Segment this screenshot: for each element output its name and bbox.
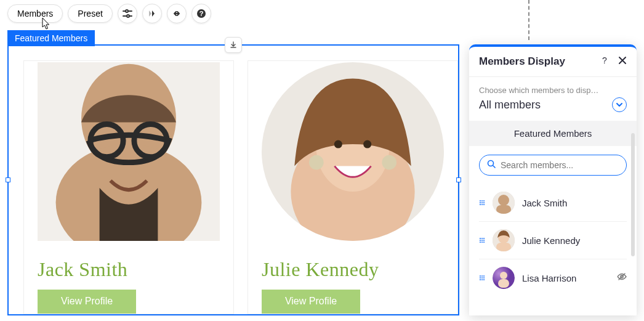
svg-point-22 bbox=[481, 202, 483, 203]
svg-point-14 bbox=[309, 155, 324, 170]
svg-point-28 bbox=[498, 195, 509, 206]
view-profile-label: View Profile bbox=[285, 296, 337, 306]
members-button[interactable]: Members bbox=[7, 4, 63, 23]
svg-point-35 bbox=[483, 240, 485, 241]
avatar bbox=[493, 192, 515, 214]
svg-point-33 bbox=[480, 240, 481, 241]
list-item[interactable]: Lisa Harrison bbox=[479, 259, 627, 296]
member-card: Julie Kennedy View Profile bbox=[248, 60, 458, 314]
svg-point-20 bbox=[483, 200, 485, 201]
preset-button[interactable]: Preset bbox=[68, 4, 112, 23]
svg-point-0 bbox=[126, 10, 128, 12]
avatar bbox=[493, 229, 515, 251]
member-photo bbox=[38, 62, 220, 241]
member-list: Jack Smith Julie Kennedy Lisa Harrison bbox=[469, 184, 637, 296]
view-profile-button[interactable]: View Profile bbox=[262, 290, 360, 314]
alignment-guide bbox=[528, 0, 529, 40]
help-icon[interactable]: ? bbox=[191, 4, 211, 23]
view-profile-label: View Profile bbox=[61, 296, 113, 306]
list-item[interactable]: Jack Smith bbox=[479, 184, 627, 222]
svg-point-31 bbox=[481, 238, 483, 239]
list-item[interactable]: Julie Kennedy bbox=[479, 222, 627, 259]
members-widget[interactable]: Jack Smith View Profile Julie Kennedy Vi… bbox=[7, 44, 459, 315]
svg-point-18 bbox=[480, 200, 481, 201]
element-toolbar: Members Preset ? bbox=[7, 4, 211, 23]
drag-handle-icon[interactable] bbox=[479, 272, 485, 283]
svg-point-15 bbox=[382, 155, 396, 170]
list-item-name: Julie Kennedy bbox=[522, 235, 580, 246]
svg-text:?: ? bbox=[602, 55, 607, 65]
drag-handle-icon[interactable] bbox=[479, 197, 485, 208]
settings-icon[interactable] bbox=[118, 4, 137, 23]
svg-point-46 bbox=[481, 277, 483, 278]
svg-point-19 bbox=[481, 200, 483, 201]
members-filter-dropdown[interactable]: All members bbox=[469, 97, 637, 121]
svg-point-25 bbox=[481, 204, 483, 205]
svg-point-23 bbox=[483, 202, 485, 203]
close-icon[interactable] bbox=[618, 56, 627, 67]
svg-point-1 bbox=[127, 15, 129, 17]
svg-point-21 bbox=[480, 202, 481, 203]
svg-point-30 bbox=[480, 238, 481, 239]
panel-help-icon[interactable]: ? bbox=[600, 55, 610, 68]
section-label: Choose which members to disp… bbox=[469, 77, 637, 97]
svg-point-49 bbox=[481, 279, 483, 280]
preset-button-label: Preset bbox=[78, 9, 102, 18]
search-icon bbox=[487, 160, 496, 171]
svg-point-38 bbox=[483, 242, 485, 243]
svg-point-34 bbox=[481, 240, 483, 241]
svg-point-52 bbox=[500, 272, 507, 279]
svg-point-32 bbox=[483, 238, 485, 239]
download-icon[interactable] bbox=[225, 37, 242, 53]
member-photo bbox=[262, 62, 444, 241]
svg-point-45 bbox=[480, 277, 481, 278]
dropdown-value: All members bbox=[479, 99, 541, 112]
svg-point-26 bbox=[483, 204, 485, 205]
svg-point-47 bbox=[483, 277, 485, 278]
svg-text:?: ? bbox=[199, 10, 203, 17]
svg-point-43 bbox=[481, 275, 483, 277]
search-input[interactable] bbox=[501, 160, 619, 170]
drag-handle-icon[interactable] bbox=[479, 235, 485, 246]
svg-rect-41 bbox=[496, 243, 511, 251]
svg-point-36 bbox=[480, 242, 481, 243]
scrollbar[interactable] bbox=[631, 133, 635, 256]
svg-rect-29 bbox=[496, 205, 511, 214]
members-display-panel: Members Display ? Choose which members t… bbox=[469, 44, 637, 315]
chevron-down-icon bbox=[612, 97, 627, 112]
animation-icon[interactable] bbox=[142, 4, 162, 23]
visibility-off-icon[interactable] bbox=[617, 272, 627, 283]
svg-point-37 bbox=[481, 242, 483, 243]
resize-handle-right[interactable] bbox=[456, 177, 461, 182]
list-item-name: Lisa Harrison bbox=[522, 273, 576, 283]
svg-point-42 bbox=[480, 275, 481, 277]
panel-header: Members Display ? bbox=[469, 47, 637, 77]
svg-point-24 bbox=[480, 204, 481, 205]
svg-point-48 bbox=[480, 279, 481, 280]
member-name: Jack Smith bbox=[38, 258, 220, 281]
panel-title: Members Display bbox=[479, 55, 565, 68]
svg-point-13 bbox=[363, 140, 371, 148]
cursor-icon bbox=[41, 17, 52, 33]
svg-point-17 bbox=[488, 161, 494, 166]
list-item-name: Jack Smith bbox=[522, 198, 567, 208]
view-profile-button[interactable]: View Profile bbox=[38, 290, 136, 314]
svg-rect-53 bbox=[498, 279, 509, 288]
avatar bbox=[493, 267, 515, 289]
svg-point-44 bbox=[483, 275, 485, 277]
svg-point-50 bbox=[483, 279, 485, 280]
resize-handle-left[interactable] bbox=[6, 177, 10, 182]
svg-point-12 bbox=[334, 140, 342, 148]
member-name: Julie Kennedy bbox=[262, 258, 444, 281]
stretch-icon[interactable] bbox=[167, 4, 187, 23]
featured-subheader: Featured Members bbox=[469, 121, 637, 146]
search-input-wrap[interactable] bbox=[479, 155, 627, 176]
member-card: Jack Smith View Profile bbox=[23, 60, 234, 314]
